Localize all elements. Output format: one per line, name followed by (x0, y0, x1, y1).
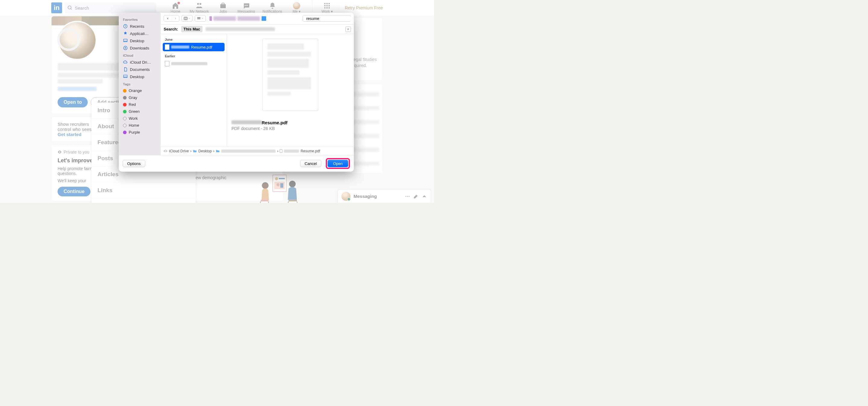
premium-link[interactable]: Retry Premium Free (345, 5, 383, 10)
path-desktop[interactable]: Desktop (198, 149, 212, 153)
dropdown-item-media[interactable]: Media (92, 199, 195, 203)
tag-gray[interactable]: Gray (119, 94, 161, 101)
svg-rect-10 (327, 5, 328, 6)
cloud-icon (123, 60, 128, 64)
svg-point-5 (247, 5, 248, 6)
tag-green[interactable]: Green (119, 108, 161, 115)
clock-icon (123, 24, 128, 29)
jobs-icon (219, 2, 227, 9)
options-button[interactable]: Options (123, 160, 145, 167)
chevron-up-icon[interactable] (422, 194, 427, 199)
demographic-text: few demographic (194, 175, 227, 180)
linkedin-logo[interactable]: in (51, 2, 62, 13)
cancel-button[interactable]: Cancel (300, 160, 321, 167)
sidebar-icloud-drive[interactable]: iCloud Dri… (119, 59, 161, 66)
nav-home[interactable]: Home (169, 2, 182, 13)
desktop-icon (123, 74, 128, 79)
svg-rect-34 (198, 19, 199, 19)
tag-purple[interactable]: Purple (119, 129, 161, 136)
nav-work[interactable]: Work ▾ (321, 2, 333, 13)
group-button[interactable] (195, 15, 206, 22)
search-input[interactable] (306, 16, 354, 21)
svg-rect-12 (324, 7, 326, 8)
svg-point-38 (407, 196, 408, 197)
sidebar-documents[interactable]: Documents (119, 66, 161, 73)
preview-thumbnail (262, 38, 318, 111)
open-to-button[interactable]: Open to (58, 97, 88, 107)
compose-icon[interactable] (413, 194, 418, 199)
view-mode-button[interactable] (181, 15, 193, 22)
messaging-title: Messaging (353, 194, 402, 199)
file-row[interactable] (163, 59, 224, 68)
continue-button[interactable]: Continue (58, 187, 90, 196)
folder-icon (193, 149, 197, 153)
file-open-dialog: Favorites Recents Applicati… Desktop Dow… (119, 13, 354, 172)
date-group-june: June (163, 36, 224, 43)
svg-rect-32 (199, 17, 200, 18)
file-row-selected[interactable]: Resume.pdf (163, 43, 224, 51)
back-button[interactable] (164, 16, 172, 22)
app-icon (123, 31, 128, 36)
grid-icon (197, 17, 201, 20)
dropdown-item-links[interactable]: Links (92, 182, 195, 199)
network-icon (195, 2, 203, 9)
icloud-label: iCloud (119, 52, 161, 59)
illustration (256, 170, 301, 203)
svg-rect-24 (289, 200, 297, 202)
file-icon (165, 61, 169, 66)
scope-this-mac[interactable]: This Mac (181, 26, 203, 32)
desktop-icon (123, 38, 128, 43)
path-icloud[interactable]: iCloud Drive (169, 149, 189, 153)
search-icon (67, 5, 72, 10)
messaging-bar[interactable]: Messaging (338, 190, 431, 203)
svg-rect-11 (329, 5, 330, 6)
sidebar-desktop-icloud[interactable]: Desktop (119, 73, 161, 80)
open-button[interactable]: Open (328, 160, 348, 167)
sidebar-applications[interactable]: Applicati… (119, 30, 161, 37)
tag-work[interactable]: Work (119, 115, 161, 122)
eye-icon (58, 150, 62, 154)
messaging-icon (243, 2, 250, 9)
tag-home[interactable]: Home (119, 122, 161, 129)
download-icon (123, 46, 128, 50)
nav-network[interactable]: My Network (190, 2, 209, 13)
profile-avatar[interactable] (58, 21, 97, 60)
sidebar-recents[interactable]: Recents (119, 23, 161, 30)
svg-rect-17 (279, 178, 285, 179)
more-icon[interactable] (405, 194, 410, 199)
search-scope-bar: Search: This Mac ＋ (161, 24, 354, 34)
nav-me[interactable]: Me ▾ (290, 2, 303, 13)
path-filename[interactable]: Resume.pdf (301, 149, 320, 153)
file-search[interactable]: ✕ (303, 15, 351, 22)
file-dialog-toolbar: ✕ (161, 13, 354, 24)
path-folder[interactable] (221, 150, 276, 153)
search-bar[interactable]: Search (64, 2, 156, 13)
svg-rect-20 (280, 183, 283, 188)
svg-rect-26 (124, 39, 127, 42)
avatar (293, 2, 300, 9)
chevron-right-icon (174, 17, 177, 20)
chevron-left-icon (166, 17, 169, 20)
search-label: Search: (164, 27, 178, 31)
tag-orange[interactable]: Orange (119, 87, 161, 94)
svg-rect-28 (124, 75, 127, 78)
add-search-criteria-button[interactable]: ＋ (345, 27, 351, 32)
nav-jobs[interactable]: Jobs (216, 2, 230, 13)
forward-button[interactable] (172, 16, 179, 22)
path-bar: iCloud Drive › Desktop › › Resume.pdf (161, 147, 354, 155)
svg-point-21 (262, 182, 269, 189)
nav-notifications[interactable]: Notifications (262, 2, 282, 13)
scope-location[interactable] (206, 27, 275, 31)
sidebar-desktop[interactable]: Desktop (119, 37, 161, 44)
location-breadcrumb[interactable] (208, 16, 301, 21)
svg-rect-33 (197, 19, 198, 19)
chevron-down-icon (188, 18, 190, 19)
file-preview: Resume.pdf PDF document - 26 KB (227, 34, 354, 147)
file-dialog-footer: Options Cancel Open (119, 155, 354, 172)
tag-red[interactable]: Red (119, 101, 161, 108)
file-dialog-sidebar: Favorites Recents Applicati… Desktop Dow… (119, 13, 161, 155)
nav-messaging[interactable]: Messaging (238, 2, 255, 13)
svg-rect-31 (198, 17, 199, 18)
chevron-down-icon (202, 18, 204, 19)
sidebar-downloads[interactable]: Downloads (119, 44, 161, 52)
